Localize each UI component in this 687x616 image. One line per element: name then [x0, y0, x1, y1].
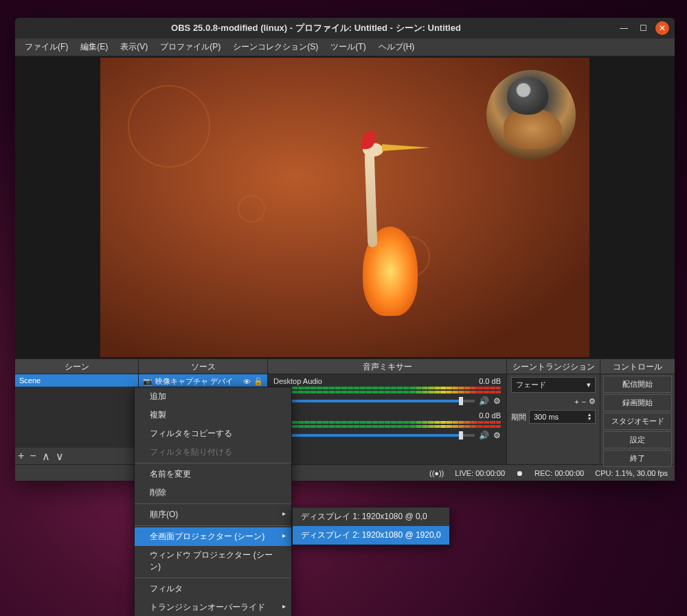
audio-meter [273, 425, 501, 428]
lock-icon[interactable]: 🔓 [254, 377, 263, 386]
volume-slider[interactable] [273, 434, 475, 437]
transitions-body: フェード ▾ + − ⚙ 期間 300 ms ▴▾ [507, 374, 600, 426]
camera-icon: 📷 [143, 377, 153, 386]
scene-context-menu: 追加複製フィルタをコピーするフィルタを貼り付ける名前を変更削除順序(O)▸全画面… [134, 387, 292, 616]
mixer-track-0: Desktop Audio 0.0 dB 🔊 ⚙ [268, 374, 506, 409]
settings-button[interactable]: 設定 [603, 431, 672, 448]
menu-separator [135, 463, 291, 464]
menu-view[interactable]: 表示(V) [115, 39, 153, 55]
audio-meter [273, 421, 501, 424]
gear-icon[interactable]: ⚙ [589, 397, 596, 406]
audio-meter [273, 387, 501, 389]
close-icon: ✕ [659, 23, 666, 33]
titlebar: OBS 25.0.8-modified (linux) - プロファイル: Un… [15, 18, 675, 38]
close-button[interactable]: ✕ [655, 21, 669, 35]
menu-item[interactable]: フィルタをコピーする [135, 424, 291, 443]
chevron-right-icon: ▸ [282, 532, 286, 539]
chevron-right-icon: ▸ [282, 510, 286, 517]
menu-item[interactable]: 追加 [135, 387, 291, 406]
gear-icon[interactable]: ⚙ [493, 431, 501, 440]
menu-item[interactable]: フィルタ [135, 580, 291, 598]
menu-edit[interactable]: 編集(E) [75, 39, 113, 55]
source-label: 映像キャプチャ デバイ [155, 376, 233, 387]
submenu-item[interactable]: ディスプレイ 2: 1920x1080 @ 1920,0 [293, 526, 449, 545]
menu-separator [135, 578, 291, 578]
menu-item[interactable]: 全画面プロジェクター (シーン)▸ [135, 527, 291, 546]
minimize-icon: — [620, 23, 628, 33]
preview-canvas[interactable] [100, 58, 589, 357]
window-title: OBS 25.0.8-modified (linux) - プロファイル: Un… [21, 22, 611, 34]
duration-label: 期間 [511, 412, 526, 422]
remove-scene-button[interactable]: − [30, 450, 36, 462]
obs-window: OBS 25.0.8-modified (linux) - プロファイル: Un… [15, 18, 675, 481]
controls-body: 配信開始 録画開始 スタジオモード 設定 終了 [600, 374, 675, 468]
transition-value: フェード [516, 380, 546, 390]
status-cpu: CPU: 1.1%, 30.00 fps [595, 469, 668, 477]
menu-help[interactable]: ヘルプ(H) [373, 39, 420, 55]
audio-meter [273, 391, 501, 393]
gear-icon[interactable]: ⚙ [493, 396, 501, 406]
menu-scene-collection[interactable]: シーンコレクション(S) [227, 39, 324, 55]
mixer-panel: 音声ミキサー Desktop Audio 0.0 dB 🔊 [268, 359, 507, 464]
status-rec: REC: 00:00:00 [534, 469, 584, 477]
sources-header: ソース [139, 359, 267, 374]
duration-spinbox[interactable]: 300 ms ▴▾ [529, 410, 596, 424]
speaker-icon[interactable]: 🔊 [479, 431, 489, 440]
minimize-button[interactable]: — [617, 21, 631, 35]
menu-item[interactable]: 順序(O)▸ [135, 505, 291, 524]
menu-item[interactable]: トランジションオーバーライド▸ [135, 598, 291, 616]
maximize-icon: ☐ [640, 23, 647, 33]
scenes-list: Scene [15, 374, 138, 448]
mixer-body: Desktop Audio 0.0 dB 🔊 ⚙ [268, 374, 506, 464]
menu-tools[interactable]: ツール(T) [325, 39, 371, 55]
transition-select[interactable]: フェード ▾ [511, 377, 596, 393]
camera-overlay[interactable] [486, 70, 576, 159]
mixer-header: 音声ミキサー [268, 359, 506, 374]
transitions-header: シーントランジション [507, 359, 600, 374]
scenes-header: シーン [15, 359, 138, 374]
scenes-panel: シーン Scene + − ∧ ∨ [15, 359, 139, 464]
broadcast-icon: ((●)) [429, 469, 444, 477]
add-transition-button[interactable]: + [574, 398, 578, 406]
scene-down-button[interactable]: ∨ [56, 450, 64, 463]
chevron-right-icon: ▸ [282, 602, 286, 610]
submenu-item[interactable]: ディスプレイ 1: 1920x1080 @ 0,0 [293, 507, 449, 526]
studio-mode-button[interactable]: スタジオモード [603, 413, 672, 430]
menu-item: フィルタを貼り付ける [135, 443, 291, 461]
chevron-down-icon: ▾ [587, 380, 591, 389]
start-recording-button[interactable]: 録画開始 [603, 394, 672, 411]
exit-button[interactable]: 終了 [603, 450, 672, 467]
mixer-track-1: 0.0 dB 🔊 ⚙ [268, 409, 506, 443]
status-live: LIVE: 00:00:00 [455, 469, 505, 477]
maximize-button[interactable]: ☐ [636, 21, 650, 35]
record-icon: ⏺ [516, 469, 523, 477]
heron-graphic [335, 124, 459, 330]
dock-panels: シーン Scene + − ∧ ∨ ソース 📷 映像キャプチャ デバイ 👁 🔓 [15, 358, 675, 464]
start-streaming-button[interactable]: 配信開始 [603, 376, 672, 393]
remove-transition-button[interactable]: − [582, 398, 586, 406]
controls-panel: コントロール 配信開始 録画開始 スタジオモード 設定 終了 [600, 359, 675, 464]
menu-item[interactable]: 削除 [135, 483, 291, 502]
mixer-track-level: 0.0 dB [479, 411, 501, 420]
mixer-track-name: Desktop Audio [273, 377, 322, 385]
mixer-track-level: 0.0 dB [479, 377, 501, 385]
menu-item[interactable]: ウィンドウ プロジェクター (シーン) [135, 546, 291, 576]
menu-separator [135, 503, 291, 504]
preview-area [15, 56, 675, 358]
menu-file[interactable]: ファイル(F) [19, 39, 74, 55]
menu-profile[interactable]: プロファイル(P) [155, 39, 226, 55]
scene-up-button[interactable]: ∧ [42, 450, 50, 463]
volume-slider[interactable] [273, 400, 475, 402]
scenes-toolbar: + − ∧ ∨ [15, 448, 138, 464]
statusbar: ((●)) LIVE: 00:00:00 ⏺ REC: 00:00:00 CPU… [15, 464, 675, 481]
projector-submenu: ディスプレイ 1: 1920x1080 @ 0,0ディスプレイ 2: 1920x… [292, 507, 450, 545]
visibility-icon[interactable]: 👁 [243, 378, 251, 386]
scene-item[interactable]: Scene [15, 374, 138, 387]
controls-header: コントロール [600, 359, 675, 374]
duration-value: 300 ms [534, 413, 559, 421]
add-scene-button[interactable]: + [18, 450, 24, 462]
speaker-icon[interactable]: 🔊 [479, 396, 489, 406]
menu-item[interactable]: 名前を変更 [135, 465, 291, 483]
menu-item[interactable]: 複製 [135, 406, 291, 424]
menu-separator [135, 525, 291, 526]
